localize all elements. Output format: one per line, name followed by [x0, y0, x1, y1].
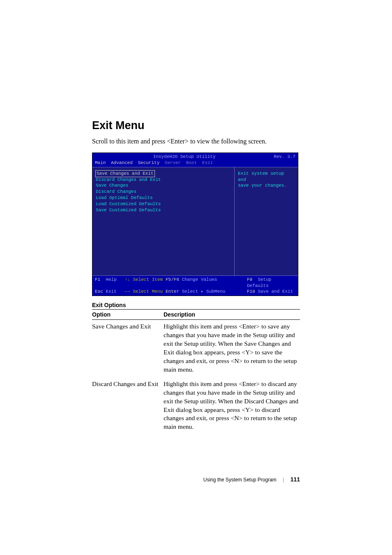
bios-help-pane: Exit system setup and save your changes. — [235, 167, 298, 275]
key-f5f6: F5/F6 — [166, 277, 179, 282]
cell-option: Save Changes and Exit — [92, 320, 164, 377]
exit-options-table: Option Description Save Changes and Exit… — [92, 309, 300, 435]
menu-item-save-exit[interactable]: Save Changes and Exit — [96, 171, 154, 177]
bios-tab-bar: Main Advanced Security Server Boot Exit — [92, 160, 298, 167]
menu-item-save-custom[interactable]: Save Customized Defaults — [96, 207, 231, 213]
key-leftright-label: Select Menu — [133, 289, 163, 294]
cell-option: Discard Changes and Exit — [92, 377, 164, 435]
key-f10: F10 — [247, 289, 255, 294]
tab-boot[interactable]: Boot — [186, 160, 197, 165]
cell-desc: Highlight this item and press <Enter> to… — [164, 320, 300, 377]
key-esc: Esc — [95, 289, 103, 294]
menu-item-discard-exit[interactable]: Discard Changes and Exit — [96, 177, 231, 183]
tab-advanced[interactable]: Advanced — [111, 160, 133, 165]
key-f1: F1 — [95, 277, 100, 282]
menu-item-load-optimal[interactable]: Load Optimal Defaults — [96, 195, 231, 201]
bios-footer: F1 Help ↑↓ Select Item F5/F6 Change Valu… — [92, 275, 298, 296]
key-updown: ↑↓ — [125, 277, 130, 282]
bios-title: InsydeH2O Setup Utility — [153, 154, 216, 160]
bios-screenshot: InsydeH2O Setup Utility Rev. 3.7 Main Ad… — [92, 153, 298, 296]
menu-item-load-custom[interactable]: Load Customized Defaults — [96, 201, 231, 207]
bios-help-line: save your changes. — [238, 183, 295, 189]
tab-main[interactable]: Main — [95, 160, 106, 165]
key-leftright: ←→ — [125, 289, 130, 294]
menu-item-save[interactable]: Save Changes — [96, 183, 231, 189]
tab-server[interactable]: Server — [165, 160, 181, 165]
page-number: 111 — [291, 476, 300, 483]
menu-item-discard[interactable]: Discard Changes — [96, 189, 231, 195]
bios-revision: Rev. 3.7 — [274, 154, 295, 160]
key-enter-label: Select ▸ SubMenu — [182, 289, 226, 294]
key-esc-label: Exit — [106, 289, 116, 294]
key-f9: F9 — [247, 277, 252, 282]
key-f5f6-label: Change Values — [182, 277, 217, 282]
table-row: Save Changes and Exit Highlight this ite… — [92, 320, 300, 377]
page-footer: Using the System Setup Program | 111 — [92, 476, 300, 483]
bios-help-line: Exit system setup and — [238, 171, 295, 183]
key-enter: Enter — [166, 289, 179, 294]
cell-desc: Highlight this item and press <Enter> to… — [164, 377, 300, 435]
footer-separator: | — [283, 477, 284, 483]
col-description: Description — [164, 310, 300, 320]
tab-security[interactable]: Security — [138, 160, 159, 165]
key-f10-label: Save and Exit — [258, 289, 293, 294]
table-row: Discard Changes and Exit Highlight this … — [92, 377, 300, 435]
bios-menu-list: Save Changes and Exit Discard Changes an… — [92, 167, 235, 275]
page-heading: Exit Menu — [92, 119, 300, 132]
key-f1-label: Help — [106, 277, 116, 282]
tab-exit[interactable]: Exit — [202, 160, 213, 165]
footer-section: Using the System Setup Program — [203, 477, 277, 483]
intro-text: Scroll to this item and press <Enter> to… — [92, 138, 300, 145]
table-caption: Exit Options — [92, 302, 300, 308]
key-updown-label: Select Item — [133, 277, 163, 282]
col-option: Option — [92, 310, 164, 320]
